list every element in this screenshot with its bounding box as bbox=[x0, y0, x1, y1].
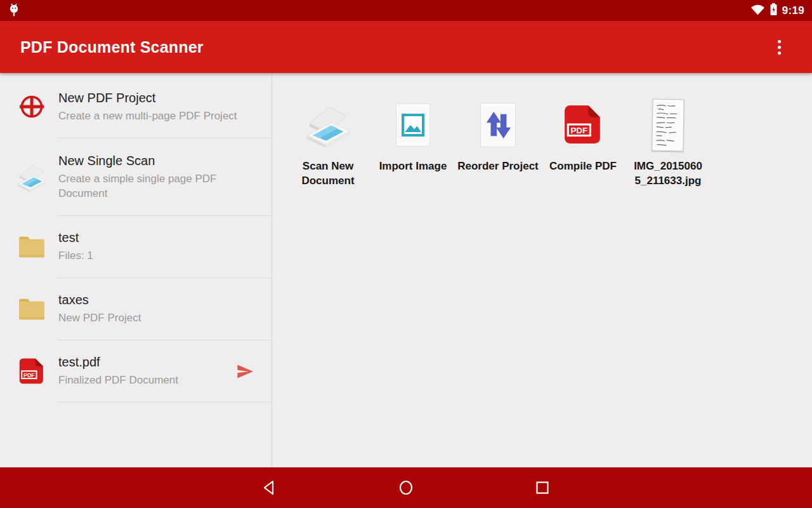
item-title: New PDF Project bbox=[58, 91, 250, 105]
debug-bug-icon bbox=[8, 2, 20, 20]
status-time: 9:19 bbox=[782, 4, 804, 17]
folder-icon bbox=[15, 235, 48, 259]
item-subtitle: Finalized PDF Document bbox=[58, 373, 235, 387]
divider bbox=[57, 402, 272, 403]
list-item-text: taxes New PDF Project bbox=[58, 293, 250, 325]
action-label: Scan New Document bbox=[285, 159, 370, 188]
pdf-file-icon: PDF bbox=[15, 358, 48, 385]
svg-text:PDF: PDF bbox=[23, 371, 35, 378]
content-area: New PDF Project Create a new multi-page … bbox=[0, 73, 812, 467]
list-item-text: New PDF Project Create a new multi-page … bbox=[58, 91, 250, 123]
battery-charging-icon bbox=[769, 3, 778, 18]
item-title: test bbox=[58, 231, 250, 245]
item-subtitle: Files: 1 bbox=[58, 248, 250, 263]
list-item-test-pdf[interactable]: PDF test.pdf Finalized PDF Document bbox=[0, 340, 272, 402]
android-nav-bar bbox=[0, 467, 812, 508]
item-title: New Single Scan bbox=[58, 154, 250, 168]
list-item-text: New Single Scan Create a simple single p… bbox=[58, 154, 250, 201]
action-compile-pdf[interactable]: PDF Compile PDF bbox=[540, 98, 625, 188]
send-icon[interactable] bbox=[235, 363, 255, 380]
pdf-file-icon: PDF bbox=[562, 98, 604, 152]
item-title: taxes bbox=[58, 293, 250, 307]
action-grid: Scan New Document Import Image bbox=[285, 98, 812, 188]
app-bar: PDF Document Scanner bbox=[0, 21, 812, 73]
item-title: test.pdf bbox=[58, 355, 235, 370]
back-icon[interactable] bbox=[261, 479, 278, 496]
status-bar: 9:19 bbox=[0, 0, 812, 21]
action-scan-new-document[interactable]: Scan New Document bbox=[285, 98, 370, 188]
scanner-icon bbox=[302, 98, 354, 152]
item-subtitle: New PDF Project bbox=[58, 311, 250, 325]
list-item-new-pdf-project[interactable]: New PDF Project Create a new multi-page … bbox=[0, 76, 272, 138]
item-subtitle: Create a new multi-page PDF Project bbox=[58, 109, 250, 123]
home-icon[interactable] bbox=[398, 479, 414, 496]
import-image-icon bbox=[396, 98, 430, 152]
photo-thumbnail bbox=[652, 98, 684, 152]
action-import-image[interactable]: Import Image bbox=[370, 98, 455, 188]
folder-icon bbox=[15, 297, 48, 321]
list-item-folder-test[interactable]: test Files: 1 bbox=[0, 216, 272, 277]
item-subtitle: Create a simple single page PDF Document bbox=[58, 171, 250, 201]
list-item-folder-taxes[interactable]: taxes New PDF Project bbox=[0, 278, 272, 340]
wifi-icon bbox=[750, 3, 765, 18]
recents-icon[interactable] bbox=[534, 479, 551, 496]
scanner-icon bbox=[15, 161, 48, 194]
action-label: Import Image bbox=[379, 159, 447, 173]
reorder-arrows-icon bbox=[480, 98, 516, 152]
action-label: IMG_20150605_211633.jpg bbox=[633, 159, 703, 188]
action-label: Compile PDF bbox=[549, 159, 617, 173]
list-item-text: test.pdf Finalized PDF Document bbox=[58, 355, 235, 387]
action-reorder-project[interactable]: Reorder Project bbox=[455, 98, 540, 188]
svg-text:PDF: PDF bbox=[570, 126, 587, 135]
main-panel: Scan New Document Import Image bbox=[272, 73, 812, 467]
add-circle-icon bbox=[15, 91, 48, 122]
overflow-menu-icon[interactable] bbox=[766, 32, 792, 62]
list-item-new-single-scan[interactable]: New Single Scan Create a simple single p… bbox=[0, 138, 272, 215]
project-list-sidebar: New PDF Project Create a new multi-page … bbox=[0, 73, 272, 467]
page-title: PDF Document Scanner bbox=[20, 38, 204, 57]
action-image-file[interactable]: IMG_20150605_211633.jpg bbox=[625, 98, 710, 188]
list-item-text: test Files: 1 bbox=[58, 231, 250, 263]
action-label: Reorder Project bbox=[457, 159, 539, 173]
